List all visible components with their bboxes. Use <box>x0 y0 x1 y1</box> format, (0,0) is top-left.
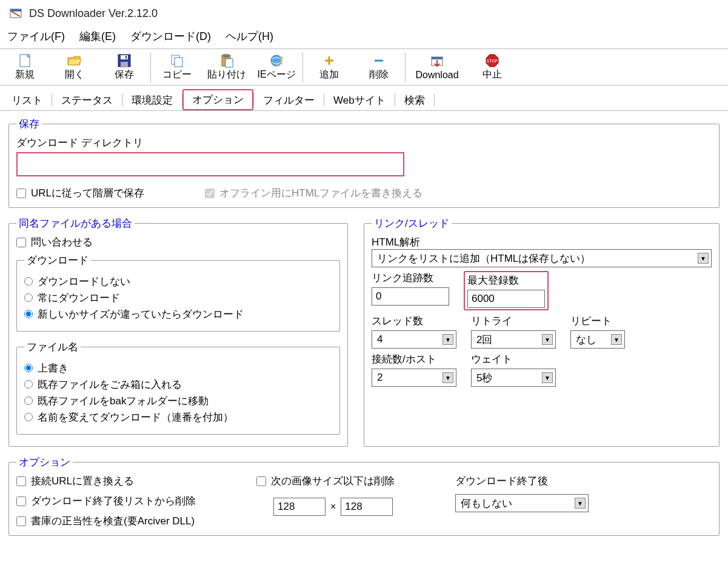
chk-url-layers-box[interactable] <box>16 189 26 198</box>
radio-overwrite[interactable]: 上書き <box>24 361 332 375</box>
chk-url-layers[interactable]: URLに従って階層で保存 <box>16 186 144 200</box>
toolbar-download[interactable]: Download <box>407 53 467 82</box>
tab-env[interactable]: 環境設定 <box>122 90 182 110</box>
chk-replace-conn-url[interactable]: 接続URLに置き換える <box>16 474 196 488</box>
svg-rect-12 <box>225 59 233 67</box>
radio-trash-label: 既存ファイルをごみ箱に入れる <box>38 378 182 392</box>
chk-check-archive-label: 書庫の正当性を検査(要Arciver DLL) <box>31 514 195 528</box>
wait-value: 5秒 <box>476 371 492 385</box>
toolbar-copy[interactable]: コピー <box>152 52 202 82</box>
toolbar-delete[interactable]: 削除 <box>354 52 404 82</box>
chk-min-image[interactable]: 次の画像サイズ以下は削除 <box>256 474 395 488</box>
chk-check-archive[interactable]: 書庫の正当性を検査(要Arciver DLL) <box>16 514 196 528</box>
link-follow-input[interactable] <box>372 287 449 306</box>
wait-select[interactable]: 5秒 ▼ <box>471 369 556 387</box>
tab-website[interactable]: Webサイト <box>324 90 395 110</box>
max-reg-input[interactable] <box>467 290 545 308</box>
chk-offline-rewrite: オフライン用にHTMLファイルを書き換える <box>205 186 422 200</box>
radio-overwrite-input[interactable] <box>24 364 33 372</box>
radio-dl-newer[interactable]: 新しいかサイズが違っていたらダウンロード <box>24 307 332 321</box>
svg-rect-11 <box>224 55 229 57</box>
tab-list[interactable]: リスト <box>2 90 52 110</box>
chk-url-layers-label: URLに従って階層で保存 <box>31 186 144 200</box>
radio-dl-always-input[interactable] <box>24 293 33 302</box>
radio-bak[interactable]: 既存ファイルをbakフォルダーに移動 <box>24 394 332 408</box>
download-dir-label: ダウンロード ディレクトリ <box>16 136 712 150</box>
radio-trash[interactable]: 既存ファイルをごみ箱に入れる <box>24 378 332 392</box>
radio-dl-newer-input[interactable] <box>24 310 33 318</box>
chevron-down-icon: ▼ <box>575 498 586 509</box>
toolbar-new[interactable]: 新規 <box>0 52 50 82</box>
chk-remove-after[interactable]: ダウンロード終了後リストから削除 <box>16 494 196 508</box>
menu-download[interactable]: ダウンロード(D) <box>130 29 211 44</box>
stop-icon: STOP <box>485 53 499 68</box>
tab-search[interactable]: 検索 <box>395 90 434 110</box>
file-new-icon <box>18 53 32 68</box>
conn-host-select[interactable]: 2 ▼ <box>372 369 456 387</box>
menu-bar: ファイル(F) 編集(E) ダウンロード(D) ヘルプ(H) <box>0 23 728 48</box>
radio-trash-input[interactable] <box>24 380 33 389</box>
copy-icon <box>170 53 184 68</box>
radio-bak-label: 既存ファイルをbakフォルダーに移動 <box>38 394 209 408</box>
chk-min-image-label: 次の画像サイズ以下は削除 <box>271 474 395 488</box>
menu-help[interactable]: ヘルプ(H) <box>225 29 273 44</box>
toolbar-open-label: 開く <box>65 68 84 81</box>
plus-icon <box>323 53 335 68</box>
radio-dl-no-input[interactable] <box>24 277 33 286</box>
toolbar-paste[interactable]: 貼り付け <box>202 52 252 82</box>
after-dl-select[interactable]: 何もしない ▼ <box>455 494 589 512</box>
toolbar-stop[interactable]: STOP 中止 <box>467 52 517 82</box>
chk-remove-after-box[interactable] <box>16 496 26 506</box>
img-width-input[interactable] <box>273 498 326 516</box>
svg-point-13 <box>271 55 282 66</box>
group-filename-behavior-legend: ファイル名 <box>24 340 81 354</box>
chk-ask-label: 問い合わせる <box>31 235 93 249</box>
toolbar-add[interactable]: 追加 <box>304 52 354 82</box>
toolbar-iepage-label: IEページ <box>257 68 295 81</box>
floppy-save-icon <box>117 53 132 68</box>
folder-open-icon <box>67 53 82 68</box>
chk-ask-box[interactable] <box>16 238 26 247</box>
chk-offline-rewrite-label: オフライン用にHTMLファイルを書き換える <box>219 186 422 200</box>
html-parse-select[interactable]: リンクをリストに追加（HTMLは保存しない） ▼ <box>372 249 712 267</box>
toolbar-delete-label: 削除 <box>369 68 389 81</box>
chk-offline-rewrite-box <box>205 189 215 198</box>
after-dl-value: 何もしない <box>461 496 512 510</box>
toolbar-open[interactable]: 開く <box>50 52 99 82</box>
radio-bak-input[interactable] <box>24 396 33 405</box>
svg-rect-15 <box>432 57 442 59</box>
radio-rename-input[interactable] <box>24 413 33 421</box>
ie-icon <box>269 53 284 68</box>
max-reg-label: 最大登録数 <box>467 273 545 287</box>
chk-ask[interactable]: 問い合わせる <box>16 235 93 249</box>
img-height-input[interactable] <box>341 498 393 516</box>
svg-text:STOP: STOP <box>487 59 498 63</box>
toolbar-save[interactable]: 保存 <box>99 52 149 82</box>
repeat-select[interactable]: なし ▼ <box>570 330 625 349</box>
toolbar-new-label: 新規 <box>15 68 35 81</box>
chk-check-archive-box[interactable] <box>16 516 26 526</box>
after-dl-label: ダウンロード終了後 <box>455 474 589 488</box>
download-icon <box>430 54 444 70</box>
threads-select[interactable]: 4 ▼ <box>372 330 456 349</box>
retry-select[interactable]: 2回 ▼ <box>471 330 556 349</box>
toolbar-separator <box>150 52 151 82</box>
chk-replace-conn-url-box[interactable] <box>16 476 26 486</box>
download-dir-input[interactable] <box>16 152 404 176</box>
menu-edit[interactable]: 編集(E) <box>79 29 116 44</box>
radio-dl-no[interactable]: ダウンロードしない <box>24 275 332 289</box>
threads-label: スレッド数 <box>372 314 456 328</box>
radio-rename[interactable]: 名前を変えてダウンロード（連番を付加） <box>24 410 332 424</box>
radio-dl-always[interactable]: 常にダウンロード <box>24 291 332 305</box>
menu-file[interactable]: ファイル(F) <box>7 29 65 44</box>
chevron-down-icon: ▼ <box>442 372 453 383</box>
chk-min-image-box[interactable] <box>256 476 266 486</box>
toolbar-paste-label: 貼り付け <box>207 68 246 81</box>
tab-status[interactable]: ステータス <box>52 90 122 110</box>
toolbar-iepage[interactable]: IEページ <box>252 52 301 82</box>
title-bar: DS Downloader Ver.2.12.0 <box>0 0 728 23</box>
tab-filter[interactable]: フィルター <box>254 90 324 110</box>
tab-option[interactable]: オプション <box>182 89 253 110</box>
group-save-legend: 保存 <box>16 117 42 131</box>
wait-label: ウェイト <box>471 352 556 366</box>
